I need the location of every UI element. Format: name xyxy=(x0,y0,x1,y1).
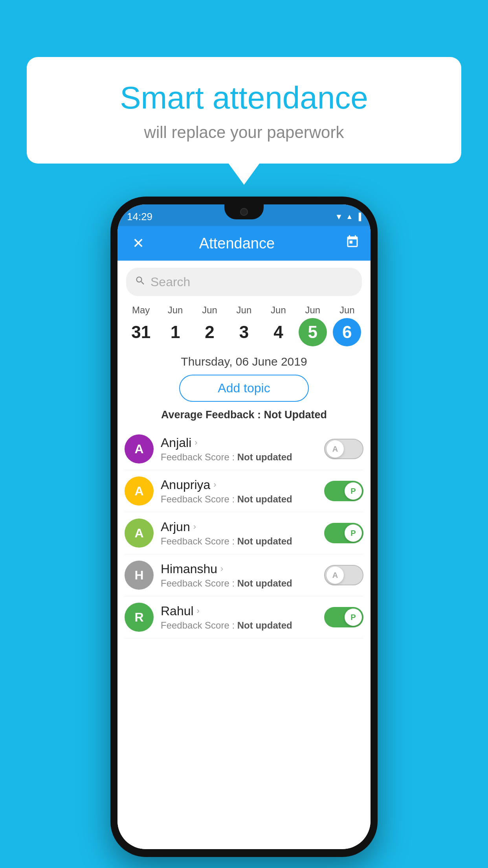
student-list: AAnjali ›Feedback Score : Not updatedAAA… xyxy=(117,428,371,638)
phone-camera xyxy=(240,208,248,216)
app-header: ✕ Attendance xyxy=(117,226,371,261)
student-score: Feedback Score : Not updated xyxy=(161,494,317,505)
attendance-toggle[interactable]: P xyxy=(324,481,363,501)
chevron-icon: › xyxy=(194,438,197,448)
search-placeholder: Search xyxy=(150,275,190,289)
speech-bubble-subtitle: will replace your paperwork xyxy=(58,123,430,142)
student-avatar: R xyxy=(125,603,154,632)
phone-screen: 14:29 ▼ ▲ ▐ ✕ Attendance xyxy=(117,204,371,849)
selected-date: Thursday, 06 June 2019 xyxy=(117,355,371,368)
search-icon xyxy=(135,275,146,289)
student-item[interactable]: HHimanshu ›Feedback Score : Not updatedA xyxy=(125,554,363,596)
student-item[interactable]: AAnjali ›Feedback Score : Not updatedA xyxy=(125,428,363,470)
chevron-icon: › xyxy=(213,480,216,490)
wifi-icon: ▼ xyxy=(335,212,343,221)
chevron-icon: › xyxy=(220,564,223,574)
avg-feedback-label: Average Feedback : xyxy=(161,409,261,421)
calendar-day-5[interactable]: Jun5 xyxy=(297,305,328,346)
student-info: Himanshu ›Feedback Score : Not updated xyxy=(161,562,317,589)
calendar-day-6[interactable]: Jun6 xyxy=(331,305,363,346)
student-score: Feedback Score : Not updated xyxy=(161,620,317,631)
speech-bubble: Smart attendance will replace your paper… xyxy=(27,57,461,164)
student-name: Rahul › xyxy=(161,604,317,618)
chevron-icon: › xyxy=(193,522,196,532)
battery-icon: ▐ xyxy=(356,213,361,221)
attendance-toggle[interactable]: P xyxy=(324,523,363,543)
calendar-strip: May31Jun1Jun2Jun3Jun4Jun5Jun6 xyxy=(117,301,371,350)
calendar-icon[interactable] xyxy=(345,235,360,252)
calendar-day-3[interactable]: Jun3 xyxy=(228,305,260,346)
add-topic-container: Add topic xyxy=(117,375,371,402)
student-name: Anjali › xyxy=(161,436,317,450)
student-info: Arjun ›Feedback Score : Not updated xyxy=(161,520,317,547)
status-icons: ▼ ▲ ▐ xyxy=(335,209,361,221)
app-content: Search May31Jun1Jun2Jun3Jun4Jun5Jun6 Thu… xyxy=(117,261,371,849)
chevron-icon: › xyxy=(197,606,200,616)
student-item[interactable]: AArjun ›Feedback Score : Not updatedP xyxy=(125,512,363,554)
student-item[interactable]: RRahul ›Feedback Score : Not updatedP xyxy=(125,596,363,638)
student-info: Anupriya ›Feedback Score : Not updated xyxy=(161,478,317,505)
student-avatar: A xyxy=(125,519,154,548)
student-item[interactable]: AAnupriya ›Feedback Score : Not updatedP xyxy=(125,470,363,512)
attendance-toggle[interactable]: A xyxy=(324,565,363,585)
avg-feedback-value: Not Updated xyxy=(264,409,327,421)
attendance-toggle[interactable]: P xyxy=(324,607,363,627)
student-score: Feedback Score : Not updated xyxy=(161,452,317,463)
calendar-day-2[interactable]: Jun2 xyxy=(194,305,226,346)
signal-icon: ▲ xyxy=(346,213,353,221)
phone-mockup: 14:29 ▼ ▲ ▐ ✕ Attendance xyxy=(110,197,378,857)
calendar-day-1[interactable]: Jun1 xyxy=(160,305,191,346)
phone-notch xyxy=(224,204,264,219)
average-feedback: Average Feedback : Not Updated xyxy=(117,409,371,421)
student-name: Himanshu › xyxy=(161,562,317,576)
student-info: Anjali ›Feedback Score : Not updated xyxy=(161,436,317,463)
student-avatar: A xyxy=(125,434,154,463)
calendar-day-4[interactable]: Jun4 xyxy=(262,305,294,346)
student-score: Feedback Score : Not updated xyxy=(161,536,317,547)
student-score: Feedback Score : Not updated xyxy=(161,578,317,589)
student-avatar: A xyxy=(125,476,154,506)
speech-bubble-title: Smart attendance xyxy=(58,81,430,115)
calendar-day-31[interactable]: May31 xyxy=(125,305,157,346)
attendance-toggle[interactable]: A xyxy=(324,439,363,459)
status-time: 14:29 xyxy=(127,208,152,223)
speech-bubble-tail xyxy=(228,163,260,185)
search-bar[interactable]: Search xyxy=(126,268,362,296)
add-topic-button[interactable]: Add topic xyxy=(179,375,309,402)
student-info: Rahul ›Feedback Score : Not updated xyxy=(161,604,317,631)
student-avatar: H xyxy=(125,561,154,590)
app-title: Attendance xyxy=(128,235,345,252)
student-name: Arjun › xyxy=(161,520,317,534)
student-name: Anupriya › xyxy=(161,478,317,492)
